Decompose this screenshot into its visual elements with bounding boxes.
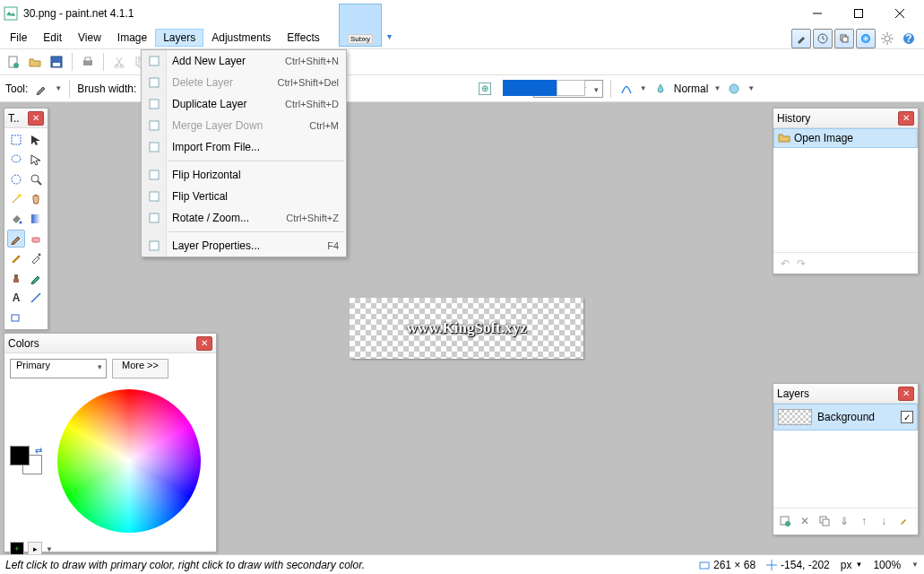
color-swatches[interactable]: ⇄ <box>10 446 42 474</box>
tools-panel-toggle[interactable] <box>791 29 811 48</box>
maximize-button[interactable] <box>838 0 879 27</box>
magic-wand-tool[interactable] <box>7 190 25 208</box>
menu-file[interactable]: File <box>2 29 35 47</box>
svg-rect-38 <box>150 170 159 179</box>
close-icon[interactable]: ✕ <box>28 111 44 126</box>
menu-item-duplicate-layer[interactable]: Duplicate LayerCtrl+Shift+D <box>142 93 346 115</box>
move-layer-down-button[interactable]: ↓ <box>876 513 892 529</box>
new-file-button[interactable] <box>5 54 22 70</box>
eraser-tool[interactable] <box>27 230 45 248</box>
layers-panel-toggle[interactable] <box>834 29 854 48</box>
open-file-button[interactable] <box>27 54 43 70</box>
canvas[interactable]: www.KingSoft.xyz <box>350 298 583 359</box>
cut-button[interactable] <box>111 54 127 70</box>
help-button[interactable]: ? <box>899 29 919 48</box>
svg-rect-37 <box>150 143 159 152</box>
duplicate-layer-button[interactable] <box>816 513 833 529</box>
menu-layers[interactable]: Layers <box>155 29 203 47</box>
blend-dropdown[interactable]: ▼ <box>713 84 721 92</box>
close-icon[interactable]: ✕ <box>898 387 914 401</box>
close-button[interactable] <box>879 0 920 27</box>
more-button[interactable]: More >> <box>112 359 168 378</box>
paintbrush-tool[interactable] <box>7 230 25 248</box>
paint-bucket-tool[interactable] <box>7 210 25 228</box>
menu-adjustments[interactable]: Adjustments <box>203 29 279 47</box>
lasso-tool[interactable] <box>7 151 25 169</box>
colors-panel-header[interactable]: Colors ✕ <box>4 334 216 353</box>
history-item[interactable]: Open Image <box>773 128 918 148</box>
swap-colors-icon[interactable]: ⇄ <box>35 446 42 456</box>
layer-item[interactable]: Background ✓ <box>773 404 918 430</box>
move-selection-tool[interactable] <box>27 151 45 169</box>
alpha-blend-button[interactable] <box>652 81 669 97</box>
overwrite-dropdown[interactable]: ▼ <box>747 84 755 92</box>
svg-rect-25 <box>85 57 91 61</box>
line-tool[interactable] <box>27 289 45 307</box>
rect-select-tool[interactable] <box>7 131 25 149</box>
tool-dropdown[interactable]: ▼ <box>55 84 62 92</box>
menu-image[interactable]: Image <box>109 29 155 47</box>
add-layer-button[interactable] <box>777 513 793 529</box>
close-icon[interactable]: ✕ <box>898 111 914 126</box>
tools-panel-header[interactable]: T.. ✕ <box>4 109 47 128</box>
recolor-tool[interactable] <box>27 269 45 287</box>
tools-panel: T.. ✕ A <box>4 108 48 330</box>
menu-edit[interactable]: Edit <box>35 29 70 47</box>
zoom-dropdown[interactable]: ▼ <box>911 561 919 569</box>
move-tool[interactable] <box>27 131 45 149</box>
antialias-dropdown[interactable]: ▼ <box>640 84 647 92</box>
window-title: 30.png - paint.net 4.1.1 <box>23 7 134 20</box>
move-layer-up-button[interactable]: ↑ <box>856 513 872 529</box>
minimize-button[interactable] <box>797 0 838 27</box>
colors-panel-toggle[interactable] <box>856 29 876 48</box>
active-tool-icon[interactable] <box>33 81 49 97</box>
tools-panel-title: T.. <box>8 112 28 125</box>
layers-panel: Layers ✕ Background ✓ ✕ ⇓ ↑ ↓ <box>773 383 919 535</box>
merge-layer-button[interactable]: ⇓ <box>836 513 852 529</box>
svg-point-32 <box>730 84 738 93</box>
pencil-tool[interactable] <box>7 249 25 267</box>
layer-visibility-checkbox[interactable]: ✓ <box>901 411 913 423</box>
delete-layer-button[interactable]: ✕ <box>797 513 813 529</box>
layer-properties-button[interactable] <box>895 513 911 529</box>
blend-mode-label[interactable]: Normal <box>674 83 709 95</box>
settings-button[interactable] <box>877 29 897 48</box>
zoom-level[interactable]: 100% <box>873 559 901 571</box>
gradient-tool[interactable] <box>27 210 45 228</box>
overwrite-button[interactable] <box>726 81 742 97</box>
menu-item-flip-horizontal[interactable]: Flip Horizontal <box>142 164 346 186</box>
text-tool[interactable]: A <box>7 289 25 307</box>
print-button[interactable] <box>80 54 96 70</box>
zoom-tool[interactable] <box>27 170 45 188</box>
unit-selector[interactable]: px ▼ <box>841 559 863 571</box>
history-panel-header[interactable]: History ✕ <box>773 109 918 128</box>
layers-panel-title: Layers <box>777 387 898 400</box>
undo-icon[interactable]: ↶ <box>781 257 790 270</box>
color-selector[interactable]: Primary <box>10 359 107 378</box>
menu-item-layer-properties[interactable]: Layer Properties...F4 <box>142 235 346 257</box>
image-tab[interactable]: Subxy <box>339 4 382 47</box>
redo-icon[interactable]: ↷ <box>797 257 806 270</box>
menu-view[interactable]: View <box>70 29 109 47</box>
ellipse-select-tool[interactable] <box>7 170 25 188</box>
shortcut: Ctrl+Shift+Del <box>278 77 339 88</box>
clone-stamp-tool[interactable] <box>7 269 25 287</box>
antialias-button[interactable] <box>618 81 635 97</box>
menu-effects[interactable]: Effects <box>279 29 327 47</box>
layers-panel-header[interactable]: Layers ✕ <box>773 384 918 404</box>
pan-tool[interactable] <box>27 190 45 208</box>
color-wheel[interactable] <box>57 389 201 533</box>
color-picker-tool[interactable] <box>27 249 45 267</box>
close-icon[interactable]: ✕ <box>196 336 212 351</box>
menu-item-add-new-layer[interactable]: Add New LayerCtrl+Shift+N <box>142 50 346 72</box>
menu-item-flip-vertical[interactable]: Flip Vertical <box>142 186 346 207</box>
shapes-tool[interactable] <box>7 309 25 326</box>
history-panel-toggle[interactable] <box>813 29 833 48</box>
image-tabs-dropdown[interactable]: ▾ <box>387 31 392 41</box>
svg-point-8 <box>861 34 870 43</box>
menu-item-import-from-file[interactable]: Import From File... <box>142 136 346 158</box>
menu-item-rotate-zoom[interactable]: Rotate / Zoom...Ctrl+Shift+Z <box>142 207 346 229</box>
size-plus-icon[interactable]: ⊕ <box>479 83 491 95</box>
save-button[interactable] <box>48 54 65 70</box>
palette-dropdown[interactable]: ▼ <box>46 545 53 553</box>
